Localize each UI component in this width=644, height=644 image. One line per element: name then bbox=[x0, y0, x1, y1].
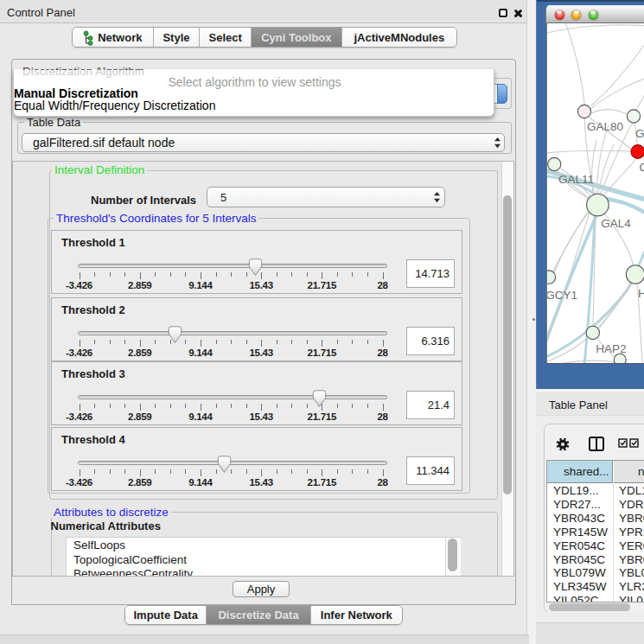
svg-text:GA: GA bbox=[635, 127, 644, 140]
svg-text:GCY1: GCY1 bbox=[547, 289, 577, 302]
svg-text:H: H bbox=[638, 287, 644, 300]
svg-text:GAL11: GAL11 bbox=[558, 173, 594, 186]
svg-text:C: C bbox=[640, 161, 644, 174]
svg-text:HAP2: HAP2 bbox=[596, 342, 626, 355]
svg-text:GAL4: GAL4 bbox=[601, 217, 631, 230]
svg-text:GAL80: GAL80 bbox=[587, 120, 623, 133]
